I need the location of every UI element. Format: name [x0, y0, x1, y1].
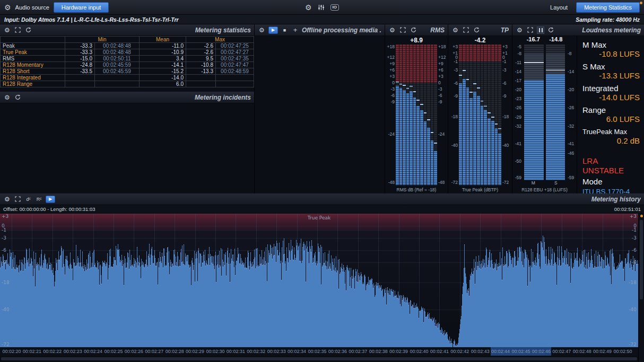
loudness-meter: -16.7 -14.8 -5-8-11-14-17-20-23-26-29-32… — [512, 36, 577, 193]
follow-play-button[interactable]: ▶ — [46, 196, 55, 203]
loudness-readouts: M Max-10.8 LUFSS Max-13.3 LUFSIntegrated… — [577, 36, 644, 193]
hardware-input-button[interactable]: Hardware input — [54, 2, 109, 13]
scale-label: -18 — [502, 114, 509, 119]
gear-icon[interactable]: ⚙ — [258, 26, 266, 34]
metering-statistics-button[interactable]: Metering Statistics — [576, 2, 640, 13]
status-dot — [640, 215, 643, 217]
segment-stripes — [459, 45, 462, 185]
time-label: 00:02:28 — [166, 349, 184, 354]
time-label: 00:02:37 — [349, 349, 367, 354]
time-label: 00:02:42 — [450, 349, 469, 354]
scrollbar-handle[interactable] — [640, 220, 643, 299]
gear-icon[interactable]: ⚙ — [388, 26, 396, 34]
add-media-icon[interactable]: + — [291, 26, 299, 34]
gear-icon[interactable]: ⚙ — [516, 26, 524, 34]
time-label: 00:02:25 — [104, 349, 123, 354]
incidents-header: ⚙ Metering incidents — [0, 92, 254, 103]
scale-left: +18+12+9+6+30-3-6-9-24-48 — [386, 45, 396, 185]
meter-channel — [424, 45, 427, 185]
panel-title: TP — [501, 27, 509, 34]
scale-label: -46 — [568, 151, 574, 156]
readout-label: TruePeak Max — [582, 127, 640, 136]
scale-label: -9 — [390, 100, 395, 104]
expand-icon[interactable] — [462, 26, 470, 34]
audio-source-label: Audio source — [15, 4, 49, 11]
scale-label: -14 — [568, 69, 574, 74]
meter-channel — [466, 45, 469, 185]
bar-label: M — [522, 180, 545, 186]
segment-stripes — [406, 45, 410, 185]
horizontal-scrollbar[interactable] — [0, 356, 638, 362]
time-label: 00:02:43 — [471, 349, 490, 354]
io-icon[interactable]: IO — [330, 4, 339, 11]
rc-toggle-icon[interactable]: Rᶜ — [35, 195, 43, 203]
stats-cell: R128 Range — [1, 81, 65, 87]
refresh-icon[interactable] — [410, 26, 417, 34]
scale-label: -14 — [515, 69, 521, 74]
scale-label: -24 — [438, 131, 445, 136]
scale-label: -17 — [515, 78, 521, 83]
panel-title: RMS — [430, 27, 445, 34]
segment-stripes — [546, 45, 565, 180]
time-label: 00:02:29 — [186, 349, 204, 354]
scale-label: -1 — [454, 59, 458, 64]
history-graph[interactable] — [0, 214, 638, 347]
scale-label: -1 — [502, 59, 507, 64]
refresh-icon[interactable] — [547, 26, 555, 34]
gear-icon[interactable]: ⚙ — [3, 195, 11, 203]
segment-stripes — [495, 45, 498, 185]
scale-label: -50 — [515, 159, 521, 164]
tp-meter-panel: ⚙ TP -4.2 +3+10-1-3-6-9-18-40-72+3+10-1-… — [448, 24, 512, 193]
segment-stripes — [413, 45, 416, 185]
time-label: 00:02:31 — [227, 349, 245, 354]
rms-header: ⚙ RMS — [385, 24, 448, 36]
dc-toggle-icon[interactable]: dᶜ — [24, 195, 32, 203]
scale-label: 0 — [392, 81, 395, 85]
stats-cell — [216, 75, 254, 81]
rms-meter-panel: ⚙ RMS +8.9 +18+12+9+6+30-3-6-9-24-48+18+… — [385, 24, 448, 193]
refresh-icon[interactable] — [14, 93, 22, 101]
scale-label: +3 — [502, 45, 508, 49]
lra-warning: LRA UNSTABLE — [582, 156, 640, 175]
expand-icon[interactable] — [526, 26, 534, 34]
time-label: 00:02:20 — [2, 349, 21, 354]
meter-channel — [469, 45, 473, 185]
stats-cell: -24.8 — [65, 62, 95, 68]
scale-label: 0 — [438, 81, 441, 85]
expand-icon[interactable] — [399, 26, 407, 34]
meter-channel — [484, 45, 487, 185]
expand-icon[interactable] — [14, 195, 22, 203]
gear-icon[interactable]: ⚙ — [451, 26, 459, 34]
expand-icon[interactable] — [14, 26, 22, 34]
layout-button[interactable]: Layout — [550, 4, 568, 11]
mode-label: Mode — [582, 177, 640, 187]
meter-channel — [413, 45, 416, 185]
meter-channel — [396, 45, 399, 185]
segment-stripes — [403, 45, 406, 185]
segment-stripes — [396, 45, 399, 185]
time-label: 00:02:40 — [410, 349, 428, 354]
mixer-icon[interactable] — [317, 3, 325, 11]
gear-icon[interactable]: ⚙ — [305, 4, 312, 11]
scale-label: -9 — [502, 94, 507, 99]
play-button[interactable]: ▶ — [268, 27, 278, 34]
gear-icon[interactable]: ⚙ — [3, 93, 11, 101]
time-axis[interactable]: 00:02:2000:02:2100:02:2200:02:2300:02:24… — [0, 347, 638, 356]
scale-label: -6 — [390, 93, 395, 98]
stop-icon[interactable]: ■ — [281, 26, 289, 34]
refresh-icon[interactable] — [24, 26, 32, 34]
gear-icon[interactable]: ⚙ — [3, 26, 11, 34]
segment-stripes — [481, 45, 484, 185]
history-header: ⚙ dᶜ Rᶜ ▶ Metering history — [0, 193, 644, 205]
scale-label: -18 — [451, 114, 458, 119]
input-config-text: Input: Dolby Atmos 7.1.4 | L-R-C-Lfe-Ls-… — [4, 16, 179, 23]
pause-button[interactable] — [537, 27, 544, 34]
vertical-scrollbar[interactable] — [638, 214, 644, 362]
stats-cell: True Peak — [1, 49, 65, 56]
loudness-header: ⚙ Loudness metering — [512, 24, 644, 36]
time-label: 00:02:21 — [23, 349, 41, 354]
gear-icon[interactable]: ⚙ — [4, 4, 11, 11]
refresh-icon[interactable] — [473, 26, 481, 34]
time-label: 00:02:24 — [84, 349, 102, 354]
time-label: 00:02:32 — [247, 349, 265, 354]
